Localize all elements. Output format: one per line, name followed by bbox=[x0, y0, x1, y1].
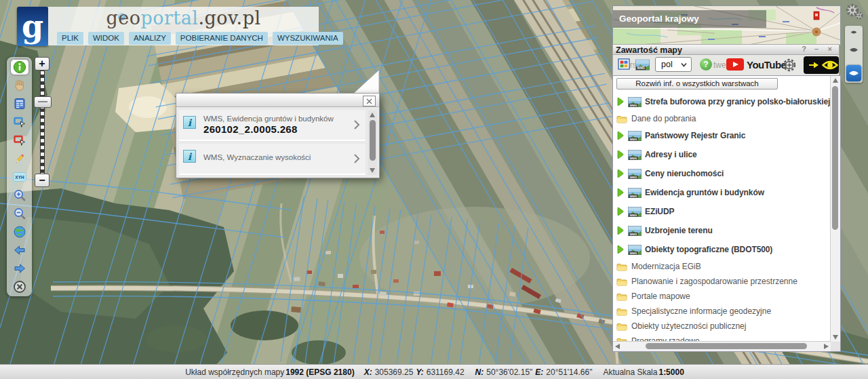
zoom-out-icon bbox=[13, 207, 26, 220]
folder-icon bbox=[616, 322, 627, 331]
scroll-thumb[interactable] bbox=[370, 120, 376, 161]
x-value: 305369.25 bbox=[375, 367, 414, 377]
scroll-down-arrow[interactable] bbox=[833, 335, 838, 340]
xyh-coordinates-button[interactable]: XYH bbox=[11, 169, 28, 184]
feature-result-item[interactable]: i WMS, Ewidencja gruntów i budynków 2601… bbox=[179, 110, 366, 141]
zoom-slider-track[interactable] bbox=[40, 71, 45, 175]
add-layer-button[interactable] bbox=[618, 58, 631, 71]
zoom-in-button[interactable]: + bbox=[35, 57, 50, 71]
add-wms-button[interactable] bbox=[635, 59, 650, 71]
next-view-button[interactable] bbox=[11, 261, 28, 276]
layers-list: Rozwiń inf. o wszystkich warstwach Stref… bbox=[613, 76, 831, 342]
pan-tool-button[interactable] bbox=[11, 78, 28, 93]
deselect-rectangle-button[interactable] bbox=[11, 133, 28, 148]
panel-minimize-button[interactable]: – bbox=[814, 45, 818, 53]
draw-measure-button[interactable] bbox=[11, 151, 28, 166]
select-rectangle-button[interactable] bbox=[11, 115, 28, 129]
full-extent-button[interactable] bbox=[11, 224, 28, 239]
clear-selection-button[interactable] bbox=[11, 279, 28, 294]
layer-item[interactable]: Adresy i ulice bbox=[616, 145, 831, 164]
scroll-thumb[interactable] bbox=[832, 86, 838, 230]
scroll-thumb[interactable] bbox=[646, 343, 807, 349]
scroll-up-arrow[interactable] bbox=[833, 78, 838, 83]
layer-folder-item[interactable]: Planowanie i zagospodarowanie przestrzen… bbox=[616, 274, 831, 289]
settings-gears-button[interactable] bbox=[843, 3, 865, 22]
intermediate-mode-button[interactable] bbox=[849, 47, 859, 53]
layer-play-icon bbox=[616, 150, 625, 159]
layers-panel-toolbar: arstwy twe pol ? YouTube bbox=[612, 55, 840, 75]
layer-play-icon bbox=[616, 245, 625, 254]
overview-minimap[interactable]: Geoportal krajowy bbox=[612, 5, 841, 45]
logo-letter: g bbox=[17, 7, 48, 46]
quick-actions-bar bbox=[804, 56, 839, 74]
layer-item[interactable]: Uzbrojenie terenu bbox=[616, 221, 831, 240]
layer-folder-item[interactable]: Modernizacja EGiB bbox=[616, 259, 831, 274]
scroll-left-arrow[interactable] bbox=[615, 344, 620, 349]
layer-item[interactable]: Strefa buforowa przy granicy polsko-biał… bbox=[616, 92, 831, 111]
arrow-right-icon bbox=[13, 262, 26, 275]
scroll-right-arrow[interactable] bbox=[824, 344, 829, 349]
map-toolbox: XYH bbox=[7, 57, 32, 296]
expand-all-layers-button[interactable]: Rozwiń inf. o wszystkich warstwach bbox=[616, 78, 778, 89]
scroll-down-arrow[interactable] bbox=[370, 168, 375, 173]
xyh-icon: XYH bbox=[12, 170, 27, 184]
menu-analizy[interactable]: ANALIZY bbox=[129, 32, 171, 45]
attribute-table-button[interactable] bbox=[11, 96, 28, 111]
info-tool-button[interactable] bbox=[11, 60, 28, 75]
hand-icon bbox=[13, 79, 26, 92]
helm-button[interactable] bbox=[782, 58, 797, 73]
chevron-right-icon bbox=[353, 119, 360, 131]
folder-icon bbox=[616, 277, 627, 286]
site-title: geoportal.gov.pl bbox=[48, 7, 319, 28]
zoom-slider-handle[interactable] bbox=[34, 96, 52, 108]
layer-item[interactable]: EZiUDP bbox=[616, 202, 831, 221]
layer-item[interactable]: Ceny nieruchomości bbox=[616, 164, 831, 183]
feature-source: WMS, Wyznaczanie wysokości bbox=[203, 153, 311, 161]
advanced-mode-button[interactable] bbox=[846, 65, 861, 81]
n-value: 50°36'02.15" bbox=[486, 367, 532, 377]
language-select[interactable]: pol bbox=[655, 57, 692, 72]
menu-widok[interactable]: WIDOK bbox=[88, 32, 124, 45]
layer-folder-item[interactable]: Dane do pobrania bbox=[616, 111, 831, 126]
youtube-play-icon bbox=[726, 58, 744, 71]
yellow-arrow-button[interactable] bbox=[806, 59, 822, 71]
layer-folder-item[interactable]: Specjalistyczne informacje geodezyjne bbox=[616, 304, 831, 319]
panel-close-button[interactable]: × bbox=[828, 45, 832, 53]
layer-play-icon bbox=[616, 97, 625, 106]
layer-folder-item[interactable]: Obiekty użyteczności publicznej bbox=[616, 319, 831, 334]
zoom-out-tool-button[interactable] bbox=[11, 206, 28, 221]
previous-view-button[interactable] bbox=[11, 243, 28, 258]
layer-item[interactable]: Ewidencja gruntów i budynków bbox=[616, 183, 831, 202]
menu-wyszukiwania[interactable]: WYSZUKIWANIA bbox=[273, 32, 343, 45]
layers-vertical-scrollbar[interactable] bbox=[830, 76, 840, 342]
youtube-link[interactable]: YouTube bbox=[726, 58, 786, 71]
layer-item[interactable]: Obiekty topograficzne (BDOT500) bbox=[616, 240, 831, 259]
layer-folder-item[interactable]: Portale mapowe bbox=[616, 289, 831, 304]
help-button[interactable]: ? bbox=[700, 58, 712, 71]
menu-pobieranie-danych[interactable]: POBIERANIE DANYCH bbox=[176, 32, 268, 45]
popup-scrollbar[interactable] bbox=[368, 111, 377, 175]
zoom-out-button[interactable]: − bbox=[35, 174, 50, 187]
scroll-up-arrow[interactable] bbox=[370, 113, 375, 117]
select-rectangle-icon bbox=[13, 115, 26, 129]
eye-medium-icon bbox=[849, 47, 859, 53]
popup-close-button[interactable] bbox=[363, 96, 376, 106]
menu-plik[interactable]: PLIK bbox=[57, 32, 83, 45]
layers-horizontal-scrollbar[interactable] bbox=[613, 341, 831, 351]
feature-result-item[interactable]: i WMS, Wyznaczanie wysokości bbox=[179, 144, 366, 175]
yellow-eye-button[interactable] bbox=[822, 60, 838, 71]
geoportal-logo[interactable]: g bbox=[17, 7, 48, 46]
layers-panel-title: Zawartość mapy bbox=[616, 45, 682, 55]
panel-help-button[interactable]: ? bbox=[802, 45, 806, 53]
feature-source: WMS, Ewidencja gruntów i budynków bbox=[203, 115, 334, 123]
layer-item[interactable]: Państwowy Rejestr Granic bbox=[616, 126, 831, 145]
e-label: E: bbox=[535, 367, 543, 377]
zoom-in-tool-button[interactable] bbox=[11, 188, 28, 203]
wms-layer-icon bbox=[628, 245, 642, 255]
scrollbar-corner bbox=[831, 342, 840, 351]
scale-label: Aktualna Skala bbox=[603, 367, 657, 377]
wms-layer-icon bbox=[628, 97, 642, 107]
basic-mode-button[interactable] bbox=[850, 30, 857, 35]
popup-pointer bbox=[353, 69, 381, 95]
wms-layer-icon bbox=[628, 207, 642, 217]
